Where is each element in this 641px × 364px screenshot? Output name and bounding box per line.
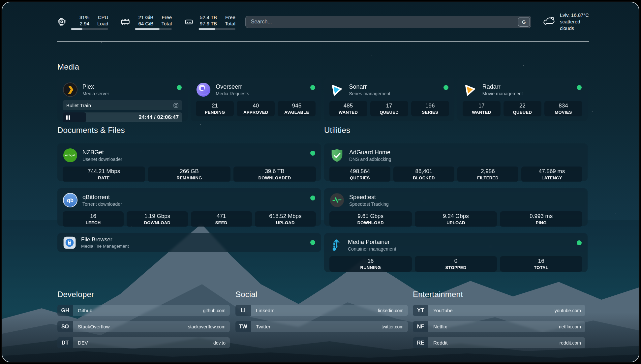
app-card-filebrowser[interactable]: File Browser Media File Management: [57, 233, 321, 252]
svg-text:nzbget: nzbget: [65, 153, 76, 157]
status-dot: [577, 85, 582, 90]
status-dot: [310, 85, 315, 90]
app-subtitle: Movie management: [482, 91, 523, 96]
cpu-labels: CPU Load: [97, 14, 108, 27]
stat-tile: 17 WANTED: [463, 101, 501, 116]
app-card-qbittorrent[interactable]: qb qBittorrent Torrent downloader 16 LEE…: [57, 188, 321, 226]
disk-icon: [184, 17, 194, 27]
section-title-social: Social: [235, 290, 258, 299]
section-title-developer: Developer: [57, 290, 94, 299]
app-card-speedtest[interactable]: Speedtest Speedtest Tracking 9.65 Gbps D…: [324, 188, 588, 226]
app-subtitle: Media server: [82, 91, 109, 96]
app-name: File Browser: [81, 236, 129, 243]
cpu-values: 31% 2.94: [71, 14, 89, 27]
system-stats: 31% 2.94 CPU Load: [57, 14, 235, 30]
search-engine-button[interactable]: G: [518, 17, 530, 27]
link-url: linkedin.com: [378, 308, 404, 313]
app-name: Overseerr: [216, 83, 249, 90]
search-box: G: [245, 16, 531, 28]
disk-stat: 52.4 TB 97.9 TB Free Total: [184, 14, 235, 30]
link-abbr-badge: LI: [235, 305, 251, 316]
developer-links: GH Github github.com SO StackOverflow st…: [57, 305, 230, 348]
nzbget-logo: nzbget: [63, 148, 78, 163]
stat-tile: 9.65 Gbps DOWNLOAD: [329, 211, 412, 227]
link-github[interactable]: GH Github github.com: [57, 305, 230, 316]
app-card-sonarr[interactable]: Sonarr Series management 485 WANTED 17 Q…: [324, 78, 454, 121]
app-card-radarr[interactable]: Radarr Movie management 17 WANTED 22 QUE…: [457, 78, 588, 121]
link-name: Reddit: [433, 340, 447, 346]
link-netflix[interactable]: NF Netflix netflix.com: [413, 321, 585, 332]
ram-labels: Free Total: [161, 14, 172, 27]
entertainment-links: YT YouTube youtube.com NF Netflix netfli…: [413, 305, 585, 348]
playback-progress-bar: 24:44 / 02:06:47: [63, 112, 182, 122]
app-name: Plex: [82, 83, 109, 90]
status-dot: [310, 196, 315, 200]
stat-tile: 39.6 TB DOWNLOADED: [233, 167, 316, 182]
cpu-icon: [57, 17, 67, 27]
app-subtitle: Series management: [349, 91, 390, 96]
disk-labels: Free Total: [225, 14, 235, 27]
pause-icon: [66, 115, 70, 120]
section-title-media: Media: [57, 62, 79, 72]
stat-tile: 40 APPROVED: [237, 101, 275, 116]
overseerr-logo: [196, 82, 211, 97]
link-linkedin[interactable]: LI LinkedIn linkedin.com: [235, 305, 408, 316]
stat-tile: 471 SEED: [191, 211, 252, 227]
link-reddit[interactable]: RE Reddit reddit.com: [413, 337, 585, 348]
stat-tile: 47.569 ms LATENCY: [521, 167, 582, 182]
search-input[interactable]: [245, 16, 531, 28]
link-name: YouTube: [433, 308, 453, 313]
app-name: qBittorrent: [82, 194, 122, 201]
ram-progress-bar: [135, 28, 172, 30]
stat-tile: 16 LEECH: [63, 211, 124, 227]
stat-tile: 86,401 BLOCKED: [393, 167, 454, 182]
app-card-plex[interactable]: Plex Media server Bullet Train 24:44 / 0…: [57, 78, 188, 121]
status-dot: [443, 85, 448, 90]
ram-icon: [120, 17, 131, 27]
link-name: StackOverflow: [78, 324, 110, 329]
ram-stat: 21 GiB 64 GiB Free Total: [120, 14, 172, 30]
link-name: Twitter: [256, 324, 270, 329]
adguard-logo: [329, 148, 345, 163]
link-name: DEV: [78, 340, 88, 346]
filebrowser-logo: [63, 236, 76, 250]
weather-condition: scattered clouds: [560, 18, 589, 32]
link-dev[interactable]: DT DEV dev.to: [57, 337, 230, 348]
app-name: Media Portainer: [348, 239, 396, 246]
app-subtitle: DNS and adblocking: [349, 157, 391, 162]
link-stackoverflow[interactable]: SO StackOverflow stackoverflow.com: [57, 321, 230, 332]
stat-tile: 17 QUEUED: [370, 101, 408, 116]
sonarr-logo: [329, 82, 345, 97]
link-name: LinkedIn: [256, 308, 275, 313]
social-links: LI LinkedIn linkedin.com TW Twitter twit…: [235, 305, 408, 332]
now-playing-title: Bullet Train: [66, 103, 91, 108]
link-youtube[interactable]: YT YouTube youtube.com: [413, 305, 585, 316]
app-card-overseerr[interactable]: Overseerr Media Requests 21 PENDING 40 A…: [191, 78, 321, 121]
status-dot: [310, 240, 315, 245]
dashboard-root: 31% 2.94 CPU Load: [2, 2, 639, 362]
stat-tile: 945 AVAILABLE: [278, 101, 316, 116]
app-card-nzbget[interactable]: nzbget NZBGet Usenet downloader 744.21 M…: [57, 143, 321, 181]
app-name: Radarr: [482, 83, 523, 90]
link-url: netflix.com: [559, 324, 581, 329]
cloud-icon: [542, 15, 556, 28]
cpu-stat: 31% 2.94 CPU Load: [57, 14, 108, 30]
app-subtitle: Media Requests: [216, 91, 249, 96]
app-card-adguard[interactable]: AdGuard Home DNS and adblocking 498,564 …: [324, 143, 588, 181]
link-twitter[interactable]: TW Twitter twitter.com: [235, 321, 408, 332]
stat-tile: 0 STOPPED: [415, 256, 497, 272]
header-divider: [57, 41, 589, 42]
portainer-logo: [329, 237, 343, 253]
stat-tile: 21 PENDING: [196, 101, 234, 116]
qbittorrent-logo: qb: [63, 193, 78, 208]
stat-tile: 618.52 Mbps UPLOAD: [255, 211, 316, 227]
playback-time: 24:44 / 02:06:47: [139, 114, 179, 120]
media-cards-row: Plex Media server Bullet Train 24:44 / 0…: [57, 78, 588, 121]
link-url: dev.to: [213, 340, 226, 346]
plex-logo: [63, 82, 78, 97]
section-title-entertainment: Entertainment: [413, 290, 463, 299]
stat-tile: 2,956 FILTERED: [457, 167, 518, 182]
link-abbr-badge: TW: [235, 321, 251, 332]
stat-tile: 834 MOVIES: [544, 101, 582, 116]
app-card-portainer[interactable]: Media Portainer Container management 16 …: [324, 233, 588, 272]
